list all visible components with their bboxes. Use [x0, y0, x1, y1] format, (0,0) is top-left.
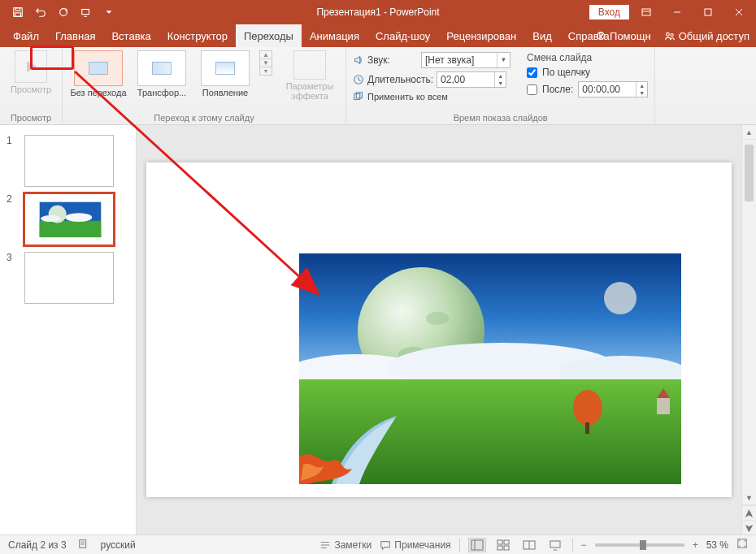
transition-morph[interactable]: Трансфор...	[133, 50, 191, 97]
on-click-label: По щелчку	[542, 67, 590, 78]
slide-edit-area[interactable]	[137, 125, 741, 535]
duration-spinner[interactable]: 02,00 ▲▼	[437, 71, 506, 88]
next-slide-icon[interactable]: ⮟	[742, 520, 756, 535]
zoom-slider[interactable]	[595, 543, 684, 547]
undo-icon[interactable]	[31, 2, 50, 22]
effect-options-button[interactable]: Параметры эффекта	[280, 50, 339, 101]
apply-to-all-button[interactable]: Применить ко всем	[353, 91, 511, 102]
redo-icon[interactable]	[54, 2, 73, 22]
svg-rect-33	[585, 422, 589, 434]
landscape-image	[299, 253, 681, 484]
share-button[interactable]: Общий доступ	[664, 30, 749, 42]
group-label-preview: Просмотр	[7, 111, 55, 123]
slide-thumbnail-1[interactable]	[24, 135, 114, 187]
sorter-view-icon[interactable]	[494, 538, 512, 552]
preview-button[interactable]: Просмотр	[7, 50, 55, 94]
tab-review[interactable]: Рецензирован	[438, 24, 524, 47]
after-checkbox[interactable]: После:	[527, 84, 573, 95]
scroll-thumb[interactable]	[745, 145, 754, 201]
close-icon[interactable]	[725, 1, 753, 24]
svg-rect-48	[550, 541, 560, 548]
save-icon[interactable]	[8, 2, 28, 22]
svg-rect-2	[15, 13, 21, 16]
spellcheck-icon[interactable]	[78, 538, 89, 552]
scroll-up-icon[interactable]: ▲	[742, 125, 756, 140]
spin-down-icon[interactable]: ▼	[637, 89, 647, 97]
ribbon-display-options-icon[interactable]	[632, 1, 660, 24]
maximize-icon[interactable]	[694, 1, 722, 24]
svg-rect-5	[642, 9, 650, 15]
tell-me-button[interactable]: Помощн	[595, 30, 651, 42]
svg-rect-42	[497, 540, 502, 544]
login-button[interactable]: Вход	[589, 5, 629, 19]
comments-label: Примечания	[394, 539, 450, 551]
after-spinner[interactable]: 00:00,00 ▲▼	[578, 81, 648, 97]
ribbon-tabs: Файл Главная Вставка Конструктор Переход…	[0, 24, 756, 47]
separator	[459, 539, 460, 552]
zoom-out-icon[interactable]: −	[581, 539, 587, 551]
group-timing: Звук: [Нет звука] ▼ Длительность: 02,00 …	[346, 47, 655, 124]
gallery-down-icon[interactable]: ▼	[260, 58, 272, 67]
svg-marker-13	[27, 61, 37, 72]
language-label[interactable]: русский	[101, 539, 136, 551]
svg-point-24	[604, 282, 637, 314]
gallery-up-icon[interactable]: ▲	[260, 51, 272, 58]
on-click-checkbox[interactable]: По щелчку	[527, 67, 648, 78]
group-label-transition: Переход к этому слайду	[69, 111, 339, 123]
vertical-scrollbar[interactable]: ▲ ▼ ⮝ ⮟	[741, 125, 756, 535]
transition-fade[interactable]: Появление	[196, 50, 254, 97]
slide-counter: Слайд 2 из 3	[8, 539, 67, 551]
status-bar: Слайд 2 из 3 русский Заметки Примечания …	[0, 535, 756, 554]
preview-play-icon	[15, 50, 47, 83]
reading-view-icon[interactable]	[520, 538, 538, 552]
effect-options-icon	[293, 50, 326, 80]
duration-value: 02,00	[437, 74, 494, 85]
gallery-more-icon[interactable]: ▾	[260, 67, 272, 75]
title-right: Вход	[589, 1, 756, 24]
svg-rect-44	[497, 546, 502, 550]
zoom-slider-thumb[interactable]	[640, 540, 646, 550]
tab-slideshow[interactable]: Слайд-шоу	[367, 24, 438, 47]
tab-insert[interactable]: Вставка	[103, 24, 159, 47]
zoom-in-icon[interactable]: +	[693, 539, 698, 551]
slide-thumbnail-3[interactable]	[24, 252, 114, 304]
prev-slide-icon[interactable]: ⮝	[742, 505, 756, 520]
group-label-timing: Время показа слайдов	[353, 111, 648, 123]
normal-view-icon[interactable]	[468, 538, 486, 552]
duration-label: Длительность:	[353, 74, 433, 85]
tab-file[interactable]: Файл	[5, 24, 47, 47]
spin-down-icon[interactable]: ▼	[495, 80, 506, 87]
notes-button[interactable]: Заметки	[319, 539, 371, 551]
tab-transitions[interactable]: Переходы	[236, 24, 302, 47]
tab-view[interactable]: Вид	[524, 24, 560, 47]
svg-point-11	[666, 32, 669, 36]
transition-none[interactable]: Без перехода	[69, 50, 128, 97]
after-value: 00:00,00	[579, 84, 636, 95]
qat-customize-icon[interactable]	[99, 2, 119, 22]
tab-animations[interactable]: Анимация	[302, 24, 367, 47]
scroll-down-icon[interactable]: ▼	[742, 491, 756, 505]
sound-dropdown[interactable]: [Нет звука] ▼	[421, 52, 511, 68]
spin-up-icon[interactable]: ▲	[637, 82, 647, 89]
svg-point-32	[573, 390, 602, 426]
thumb-number: 1	[7, 135, 18, 187]
fit-to-window-icon[interactable]	[736, 538, 748, 552]
svg-rect-4	[82, 10, 89, 15]
transition-gallery[interactable]: Без перехода Трансфор... Появление ▲ ▼ ▾	[69, 50, 272, 101]
slide-picture[interactable]	[299, 253, 681, 484]
svg-rect-19	[40, 221, 102, 237]
comments-button[interactable]: Примечания	[380, 539, 450, 551]
tab-design[interactable]: Конструктор	[159, 24, 236, 47]
slideshow-view-icon[interactable]	[546, 538, 564, 552]
chevron-down-icon[interactable]: ▼	[497, 53, 510, 67]
scroll-track[interactable]	[742, 140, 756, 491]
spin-up-icon[interactable]: ▲	[495, 72, 506, 80]
svg-rect-16	[356, 93, 362, 98]
slide-thumbnail-pane[interactable]: 1 2 3	[0, 125, 137, 535]
slide-thumbnail-2[interactable]	[24, 193, 114, 245]
start-from-beginning-icon[interactable]	[76, 2, 96, 22]
slide-canvas[interactable]	[146, 162, 732, 497]
zoom-value[interactable]: 53 %	[706, 539, 728, 551]
tab-home[interactable]: Главная	[47, 24, 103, 47]
minimize-icon[interactable]	[663, 1, 691, 24]
